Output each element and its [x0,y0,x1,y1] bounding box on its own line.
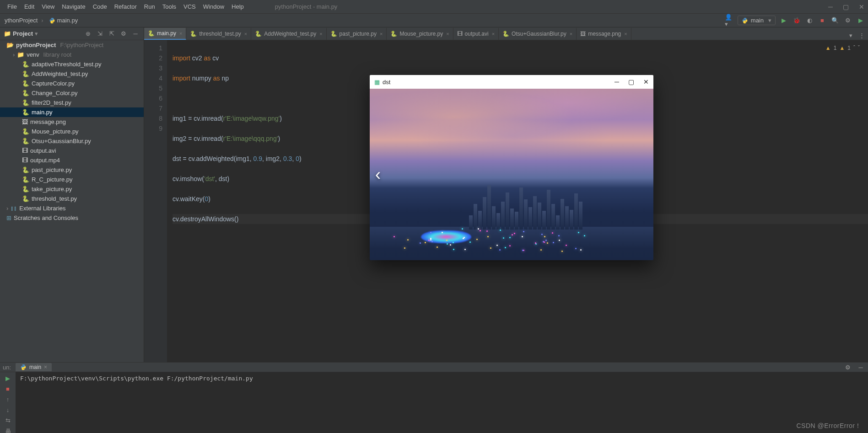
menu-tools[interactable]: Tools [159,3,180,10]
tree-file[interactable]: 🖼message.png [0,117,144,127]
file-icon: 🐍 [22,99,29,106]
editor-tab[interactable]: 🐍main.py× [144,28,186,40]
tree-file[interactable]: 🐍AddWeighted_test.py [0,69,144,79]
tab-more-icon[interactable]: ⋮ [857,31,866,40]
menu-help[interactable]: Help [228,3,248,10]
project-header-title: Project [13,30,33,37]
collapse-all-icon[interactable]: ⇱ [107,29,116,38]
search-icon[interactable]: 🔍 [830,16,840,25]
run-anything-icon[interactable]: ▶ [856,16,865,25]
warning-icon: ▲ [839,43,845,53]
menu-file[interactable]: File [4,3,21,10]
maximize-icon[interactable]: ▢ [628,78,634,86]
menu-refactor[interactable]: Refactor [111,3,140,10]
menu-vcs[interactable]: VCS [180,3,199,10]
file-icon: 🖼 [580,31,586,37]
tree-file[interactable]: 🐍Otsu+GaussianBlur.py [0,136,144,146]
menu-edit[interactable]: Edit [21,3,38,10]
editor-tab[interactable]: 🐍AddWeighted_test.py× [251,28,326,40]
user-icon[interactable]: 👤▾ [725,16,734,25]
menu-view[interactable]: View [38,3,58,10]
gear-icon[interactable]: ⚙ [119,29,128,38]
menu-bar: File Edit View Navigate Code Refactor Ru… [0,0,868,14]
tree-file[interactable]: 🐍threshold_test.py [0,194,144,203]
print-icon[interactable]: 🖶 [5,428,11,433]
close-icon[interactable]: × [244,31,247,37]
hide-icon[interactable]: ─ [856,363,865,372]
close-icon[interactable]: × [380,31,383,37]
navigation-bar: ythonProject main.py 👤▾ main ▶ 🐞 ◐ ■ 🔍 ⚙… [0,14,868,27]
stop-button[interactable]: ■ [818,16,827,25]
tree-external-libraries[interactable]: ›⫿⫿ External Libraries [0,203,144,213]
close-icon[interactable]: × [179,31,182,36]
editor-tab[interactable]: 🐍threshold_test.py× [186,28,251,40]
run-config-selector[interactable]: main [738,16,776,25]
maximize-icon[interactable]: ▢ [843,3,849,11]
coverage-button[interactable]: ◐ [805,16,814,25]
tree-file[interactable]: 🐍Change_Color.py [0,88,144,98]
breadcrumb-project[interactable]: ythonProject [3,17,47,24]
editor-tab[interactable]: 🎞output.avi× [453,28,499,40]
tree-scratches[interactable]: ⊞ Scratches and Consoles [0,213,144,223]
debug-button[interactable]: 🐞 [792,16,801,25]
tree-file[interactable]: 🐍R_C_picture.py [0,175,144,184]
close-icon[interactable]: × [319,31,322,37]
menu-code[interactable]: Code [89,3,111,10]
tree-file[interactable]: 🐍adaptiveThreshold_test.py [0,59,144,69]
close-icon[interactable]: × [624,31,627,37]
opencv-image-window[interactable]: ▦ dst ─ ▢ ✕ ‹ [370,75,653,260]
project-tree[interactable]: 📂 pythonProjectF:\pythonProject ›📁 venvl… [0,40,144,362]
editor-tab[interactable]: 🐍Mouse_picture.py× [387,28,453,40]
prev-arrow-icon[interactable]: ‹ [375,165,381,184]
close-icon[interactable]: × [44,364,47,370]
tree-file[interactable]: 🐍filter2D_test.py [0,98,144,107]
soft-wrap-icon[interactable]: ⇆ [5,417,11,424]
settings-icon[interactable]: ⚙ [843,16,852,25]
close-icon[interactable]: × [492,31,495,37]
tree-root[interactable]: 📂 pythonProjectF:\pythonProject [0,40,144,50]
tree-file[interactable]: 🐍Mouse_picture.py [0,127,144,136]
menu-window[interactable]: Window [199,3,228,10]
minimize-icon[interactable]: ─ [615,78,619,86]
close-icon[interactable]: × [570,31,572,37]
run-tab[interactable]: main× [16,363,52,371]
close-icon[interactable]: ✕ [643,78,649,86]
locate-icon[interactable]: ⊕ [83,29,92,38]
tree-venv[interactable]: ›📁 venvlibrary root [0,50,144,59]
close-icon[interactable]: ✕ [859,3,864,11]
breadcrumb-file[interactable]: main.py [47,17,80,24]
chevron-down-icon[interactable]: ˇ [858,43,860,53]
tree-file[interactable]: 🐍CaptureColor.py [0,79,144,88]
run-button[interactable]: ▶ [779,16,788,25]
editor-tab[interactable]: 🐍past_picture.py× [327,28,387,40]
rerun-icon[interactable]: ▶ [5,375,10,382]
run-output[interactable]: F:\pythonProject\venv\Scripts\python.exe… [16,372,868,433]
gear-icon[interactable]: ⚙ [843,363,852,372]
file-icon: 🐍 [22,90,29,96]
menu-navigate[interactable]: Navigate [58,3,89,10]
gutter: 123456789 [144,40,167,362]
stop-icon[interactable]: ■ [6,385,10,392]
tree-file[interactable]: 🎞output.avi [0,146,144,155]
image-window-titlebar[interactable]: ▦ dst ─ ▢ ✕ [370,75,653,89]
scroll-down-icon[interactable]: ↓ [6,406,10,413]
file-icon: 🐍 [22,186,29,192]
tab-list-icon[interactable]: ▾ [846,31,855,40]
expand-all-icon[interactable]: ⇲ [95,29,104,38]
editor-tab[interactable]: 🖼message.png× [577,28,631,40]
hide-icon[interactable]: ─ [131,29,140,38]
menu-run[interactable]: Run [140,3,159,10]
tree-file[interactable]: 🐍take_picture.py [0,184,144,194]
chevron-up-icon[interactable]: ˆ [853,43,855,53]
chevron-down-icon[interactable] [33,30,38,37]
file-icon: 🐍 [330,31,337,37]
close-icon[interactable]: × [446,31,449,37]
tree-file[interactable]: 🎞output.mp4 [0,155,144,165]
scratch-icon: ⊞ [6,214,11,221]
inspection-indicators[interactable]: ▲1 ▲1 ˆ ˇ [825,43,860,53]
editor-tab[interactable]: 🐍Otsu+GaussianBlur.py× [499,28,577,40]
scroll-up-icon[interactable]: ↑ [6,396,10,403]
tree-file[interactable]: 🐍past_picture.py [0,165,144,175]
minimize-icon[interactable]: ─ [828,3,833,11]
tree-file[interactable]: 🐍main.py [0,107,144,117]
